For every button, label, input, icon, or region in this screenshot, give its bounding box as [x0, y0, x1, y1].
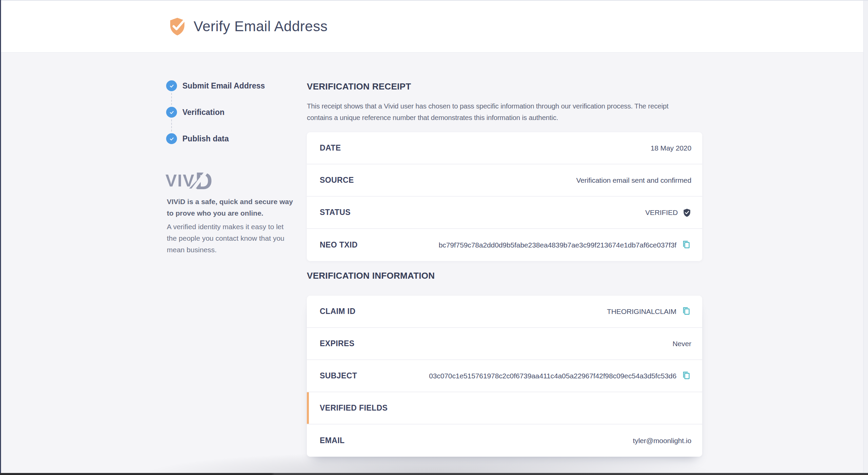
row-label: DATE: [320, 143, 341, 153]
verification-information-card: CLAIM ID THEORIGINALCLAIM EXPIRES Never …: [307, 296, 702, 457]
vivid-logo: VIV D: [165, 167, 226, 193]
row-value: 18 May 2020: [651, 144, 691, 152]
step-label: Verification: [182, 108, 224, 117]
taskbar-edge: [0, 473, 868, 475]
information-heading: VERIFICATION INFORMATION: [307, 271, 435, 281]
receipt-intro: This receipt shows that a Vivid user has…: [307, 100, 668, 123]
verification-receipt-card: DATE 18 May 2020 SOURCE Verification ema…: [307, 132, 702, 261]
step-label: Publish data: [182, 134, 229, 143]
check-circle-icon: [166, 80, 177, 91]
status-text: VERIFIED: [645, 209, 678, 217]
status-value: VERIFIED: [645, 208, 691, 217]
row-value: Never: [672, 340, 691, 348]
subject-text: 03c070c1e515761978c2c0f6739aa411c4a05a22…: [429, 372, 676, 380]
row-value: Verification email sent and confirmed: [576, 176, 691, 184]
txid-value: bc79f759c78a2dd0d9b5fabe238ea4839b7ae3c9…: [439, 239, 691, 251]
subject-value: 03c070c1e515761978c2c0f6739aa411c4a05a22…: [429, 370, 691, 381]
copy-txid-button[interactable]: [681, 239, 691, 251]
window-left-border: [0, 0, 1, 475]
step-submit-email: Submit Email Address: [166, 80, 265, 91]
claim-id-text: THEORIGINALCLAIM: [607, 308, 676, 316]
vertical-scrollbar[interactable]: [863, 1, 868, 473]
table-row-neo-txid: NEO TXID bc79f759c78a2dd0d9b5fabe238ea48…: [307, 229, 702, 261]
copy-claim-id-button[interactable]: [681, 306, 691, 317]
page-title: Verify Email Address: [194, 18, 328, 35]
table-row-claim-id: CLAIM ID THEORIGINALCLAIM: [307, 296, 702, 328]
table-row-subject: SUBJECT 03c070c1e515761978c2c0f6739aa411…: [307, 360, 702, 392]
verified-shield-icon: [683, 208, 691, 217]
txid-text: bc79f759c78a2dd0d9b5fabe238ea4839b7ae3c9…: [439, 241, 676, 249]
row-label: EXPIRES: [320, 339, 355, 348]
copy-icon: [681, 306, 691, 317]
table-row-source: SOURCE Verification email sent and confi…: [307, 164, 702, 197]
table-row-expires: EXPIRES Never: [307, 328, 702, 360]
window-top-border: [0, 0, 868, 1]
step-verification: Verification: [166, 107, 265, 118]
copy-subject-button[interactable]: [681, 370, 691, 381]
check-circle-icon: [166, 133, 177, 144]
progress-steps: Submit Email Address Verification Publis…: [166, 80, 265, 160]
copy-icon: [681, 370, 691, 381]
step-publish-data: Publish data: [166, 133, 265, 144]
row-value: tyler@moonlight.io: [633, 437, 691, 445]
step-label: Submit Email Address: [182, 81, 265, 91]
row-label: NEO TXID: [320, 240, 358, 250]
sidebar-description: A verified identity makes it easy to let…: [167, 221, 284, 256]
receipt-heading: VERIFICATION RECEIPT: [307, 81, 411, 92]
shield-check-icon: [169, 17, 186, 36]
row-label: SOURCE: [320, 176, 354, 185]
row-label: STATUS: [320, 208, 351, 217]
table-row-status: STATUS VERIFIED: [307, 197, 702, 229]
row-label: EMAIL: [320, 436, 345, 445]
table-row-email: EMAIL tyler@moonlight.io: [307, 424, 702, 457]
row-label: VERIFIED FIELDS: [320, 403, 388, 413]
table-row-date: DATE 18 May 2020: [307, 132, 702, 164]
claim-id-value: THEORIGINALCLAIM: [607, 306, 691, 317]
table-row-verified-fields: VERIFIED FIELDS: [307, 392, 702, 424]
sidebar-tagline: VIViD is a safe, quick and secure way to…: [167, 196, 293, 219]
row-label: CLAIM ID: [320, 307, 355, 316]
check-circle-icon: [166, 107, 177, 118]
copy-icon: [681, 239, 691, 251]
page-header: Verify Email Address: [1, 1, 868, 53]
row-label: SUBJECT: [320, 371, 357, 380]
